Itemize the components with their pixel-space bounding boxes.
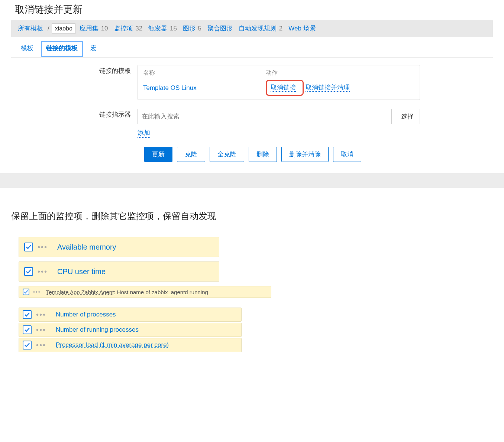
- th-action: 动作: [266, 69, 278, 77]
- template-subnav: 所有模板 / xiaobo 应用集 10 监控项 32 触发器 15 图形 5 …: [11, 20, 493, 37]
- th-name: 名称: [143, 69, 266, 77]
- nav-items[interactable]: 监控项 32: [112, 23, 145, 34]
- tabbar: 模板 链接的模板 宏: [11, 37, 493, 58]
- label-linked-templates: 链接的模板: [11, 65, 138, 75]
- nav-triggers[interactable]: 触发器 15: [146, 23, 179, 34]
- check-icon: [26, 244, 32, 250]
- nav-graphs[interactable]: 图形 5: [181, 23, 204, 34]
- dots-icon[interactable]: •••: [38, 267, 48, 276]
- check-icon: [24, 312, 30, 318]
- unlink-clear-link[interactable]: 取消链接并清理: [306, 84, 350, 92]
- select-button[interactable]: 选择: [395, 109, 420, 124]
- item-link[interactable]: Available memory: [57, 243, 116, 251]
- cancel-button[interactable]: 取消: [333, 147, 361, 162]
- item-link[interactable]: Number of running processes: [56, 326, 139, 334]
- highlight-unlink: 取消链接: [266, 80, 304, 96]
- checkbox[interactable]: [23, 310, 32, 319]
- tab-macros[interactable]: 宏: [85, 41, 102, 57]
- linked-template-link[interactable]: Template OS Linux: [143, 84, 197, 91]
- dots-icon[interactable]: •••: [36, 311, 46, 319]
- check-icon: [24, 290, 28, 294]
- checkbox[interactable]: [23, 341, 32, 350]
- item-row-num-running-processes: ••• Number of running processes: [19, 323, 242, 337]
- checkbox[interactable]: [23, 325, 32, 334]
- checkbox[interactable]: [23, 289, 29, 295]
- nav-appsets[interactable]: 应用集 10: [77, 23, 110, 34]
- nav-screens[interactable]: 聚合图形: [205, 23, 235, 34]
- update-button[interactable]: 更新: [144, 147, 172, 162]
- item-row-num-processes: ••• Number of processes: [19, 308, 242, 322]
- item-row-cpu-user-time: ••• CPU user time: [19, 261, 219, 282]
- check-icon: [26, 269, 32, 274]
- full-clone-button[interactable]: 全克隆: [210, 147, 244, 162]
- nav-discovery[interactable]: 自动发现规则 2: [236, 23, 285, 34]
- item-row-processor-load: ••• Processor load (1 min average per co…: [19, 338, 242, 352]
- page-title-1: 取消链接并更新: [15, 3, 493, 16]
- link-indicator-search[interactable]: [138, 109, 392, 124]
- check-icon: [24, 327, 30, 333]
- breadcrumb-sep: /: [48, 25, 49, 32]
- item-link[interactable]: Number of processes: [56, 311, 116, 318]
- dots-icon[interactable]: •••: [33, 289, 41, 295]
- clone-button[interactable]: 克隆: [177, 147, 205, 162]
- nav-all-templates[interactable]: 所有模板: [16, 23, 45, 34]
- item-row-available-memory: ••• Available memory: [19, 237, 219, 257]
- item-text: Template App Zabbix Agent: Host name of …: [46, 289, 208, 295]
- checkbox[interactable]: [24, 267, 33, 276]
- item-link[interactable]: CPU user time: [57, 267, 106, 276]
- page-title-2: 保留上面的监控项，删除其它监控项，保留自动发现: [11, 210, 493, 222]
- delete-clear-button[interactable]: 删除并清除: [281, 147, 329, 162]
- label-link-indicator: 链接指示器: [11, 109, 138, 119]
- tab-linked-templates[interactable]: 链接的模板: [41, 41, 83, 57]
- gray-divider: [0, 173, 504, 188]
- dots-icon[interactable]: •••: [38, 243, 48, 251]
- add-link[interactable]: 添加: [138, 129, 150, 138]
- template-ref-link[interactable]: Template App Zabbix Agent: [46, 289, 114, 295]
- dots-icon[interactable]: •••: [36, 326, 46, 334]
- checkbox[interactable]: [24, 243, 33, 251]
- nav-web[interactable]: Web 场景: [286, 23, 318, 34]
- item-link[interactable]: Processor load (1 min average per core): [56, 341, 169, 349]
- check-icon: [24, 342, 30, 348]
- linked-templates-table: 名称 动作 Template OS Linux 取消链接 取消链接并清理: [138, 65, 420, 100]
- delete-button[interactable]: 删除: [249, 147, 277, 162]
- dots-icon[interactable]: •••: [36, 341, 46, 350]
- unlink-link[interactable]: 取消链接: [271, 84, 296, 92]
- tab-template[interactable]: 模板: [16, 41, 39, 57]
- nav-current-template[interactable]: xiaobo: [52, 23, 76, 34]
- item-row-hostname: ••• Template App Zabbix Agent: Host name…: [19, 286, 271, 298]
